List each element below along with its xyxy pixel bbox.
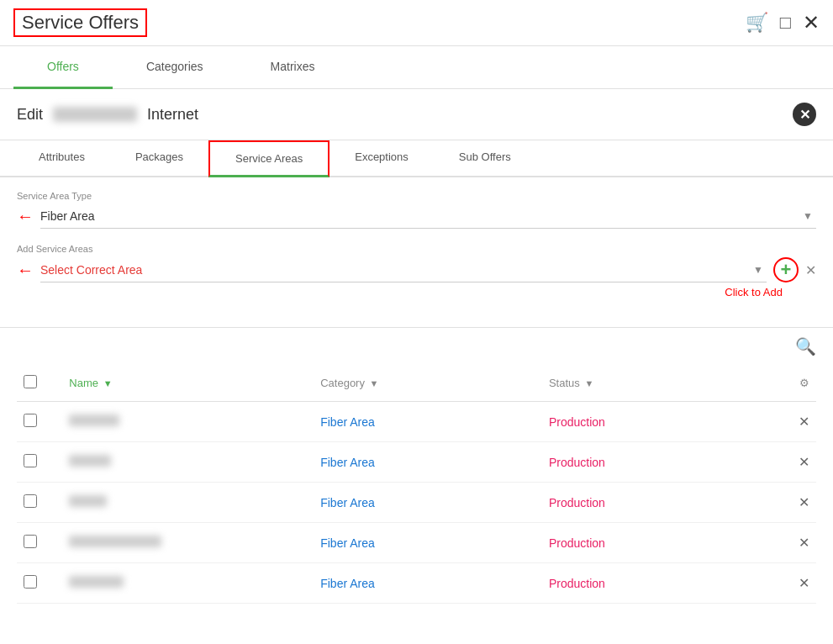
row-checkbox-cell bbox=[17, 402, 62, 442]
arrow-indicator-2: ← bbox=[17, 261, 34, 280]
add-service-areas-field: Add Service Areas ← Select Correct Area … bbox=[17, 244, 816, 298]
category-link[interactable]: Fiber Area bbox=[320, 415, 375, 429]
row-name-cell bbox=[62, 402, 314, 442]
name-column-header[interactable]: Name ▼ bbox=[62, 365, 314, 402]
status-link[interactable]: Production bbox=[549, 536, 605, 550]
add-service-area-button[interactable]: + bbox=[773, 257, 799, 282]
edit-close-button[interactable]: ✕ bbox=[793, 103, 816, 126]
add-service-areas-label: Add Service Areas bbox=[17, 244, 816, 254]
row-checkbox[interactable] bbox=[24, 494, 37, 508]
blurred-name bbox=[69, 455, 111, 467]
square-icon[interactable]: □ bbox=[780, 12, 791, 34]
row-checkbox-cell bbox=[17, 523, 62, 563]
row-name-cell bbox=[62, 523, 314, 563]
row-name-cell bbox=[62, 483, 314, 523]
remove-row-button[interactable]: ✕ bbox=[799, 536, 809, 550]
table-row: Fiber Area Production ✕ bbox=[17, 442, 816, 483]
row-category-cell: Fiber Area bbox=[314, 483, 542, 523]
row-name-cell bbox=[62, 442, 314, 483]
row-remove-cell: ✕ bbox=[771, 563, 816, 604]
category-link[interactable]: Fiber Area bbox=[320, 456, 375, 469]
remove-row-button[interactable]: ✕ bbox=[799, 495, 809, 509]
tab-offers[interactable]: Offers bbox=[13, 46, 113, 89]
row-status-cell: Production bbox=[542, 402, 771, 442]
edit-header: Edit Internet ✕ bbox=[0, 89, 833, 140]
status-link[interactable]: Production bbox=[549, 456, 605, 469]
row-checkbox[interactable] bbox=[24, 454, 37, 467]
name-sort-icon: ▼ bbox=[103, 378, 113, 388]
table-body: Fiber Area Production ✕ Fiber Area bbox=[17, 402, 816, 604]
edit-label: Edit bbox=[17, 106, 43, 124]
cart-icon[interactable]: 🛒 bbox=[746, 12, 768, 34]
table-row: Fiber Area Production ✕ bbox=[17, 483, 816, 523]
tab-exceptions[interactable]: Exceptions bbox=[330, 140, 434, 177]
blurred-name bbox=[69, 414, 119, 426]
row-checkbox-cell bbox=[17, 563, 62, 604]
table-row: Fiber Area Production ✕ bbox=[17, 523, 816, 563]
status-link[interactable]: Production bbox=[549, 415, 605, 429]
row-checkbox[interactable] bbox=[24, 575, 37, 589]
status-link[interactable]: Production bbox=[549, 577, 605, 590]
gear-column-header: ⚙ bbox=[771, 365, 816, 402]
row-name-cell bbox=[62, 563, 314, 604]
add-area-row: ← Select Correct Area ▼ + ✕ bbox=[17, 257, 816, 282]
service-type-label: Internet bbox=[147, 106, 198, 124]
row-remove-cell: ✕ bbox=[771, 402, 816, 442]
service-area-type-select-wrapper: Fiber Area ▼ bbox=[40, 204, 816, 229]
category-link[interactable]: Fiber Area bbox=[320, 496, 375, 509]
row-checkbox-cell bbox=[17, 442, 62, 483]
row-category-cell: Fiber Area bbox=[314, 523, 542, 563]
search-icon[interactable]: 🔍 bbox=[795, 336, 816, 356]
table-toolbar: 🔍 bbox=[17, 328, 816, 365]
service-area-type-label: Service Area Type bbox=[17, 191, 816, 201]
click-to-add-label: Click to Add bbox=[17, 286, 816, 298]
category-link[interactable]: Fiber Area bbox=[320, 577, 375, 590]
tab-sub-offers[interactable]: Sub Offers bbox=[434, 140, 536, 177]
row-checkbox[interactable] bbox=[24, 414, 37, 427]
row-status-cell: Production bbox=[542, 483, 771, 523]
row-remove-cell: ✕ bbox=[771, 483, 816, 523]
sub-tabs: Attributes Packages Service Areas Except… bbox=[0, 140, 833, 177]
service-area-type-field: Service Area Type ← Fiber Area ▼ bbox=[17, 191, 816, 229]
add-service-areas-select-wrapper: Select Correct Area ▼ bbox=[40, 258, 767, 282]
select-all-header bbox=[17, 365, 62, 402]
category-column-header[interactable]: Category ▼ bbox=[314, 365, 542, 402]
close-icon[interactable]: ✕ bbox=[803, 11, 820, 34]
row-checkbox[interactable] bbox=[24, 535, 37, 548]
header-icons: 🛒 □ ✕ bbox=[746, 11, 820, 34]
status-column-header[interactable]: Status ▼ bbox=[542, 365, 771, 402]
top-header: Service Offers 🛒 □ ✕ bbox=[0, 0, 833, 46]
tab-service-areas[interactable]: Service Areas bbox=[208, 140, 330, 177]
tab-matrixes[interactable]: Matrixes bbox=[237, 46, 349, 89]
remove-row-button[interactable]: ✕ bbox=[799, 455, 809, 469]
remove-row-button[interactable]: ✕ bbox=[799, 576, 809, 590]
service-areas-table: Name ▼ Category ▼ Status ▼ ⚙ bbox=[17, 365, 816, 604]
row-category-cell: Fiber Area bbox=[314, 563, 542, 604]
status-sort-icon: ▼ bbox=[584, 378, 593, 388]
tab-attributes[interactable]: Attributes bbox=[13, 140, 110, 177]
blurred-name bbox=[69, 576, 124, 588]
row-remove-cell: ✕ bbox=[771, 442, 816, 483]
row-category-cell: Fiber Area bbox=[314, 442, 542, 483]
remove-row-button[interactable]: ✕ bbox=[799, 414, 809, 429]
tab-packages[interactable]: Packages bbox=[110, 140, 208, 177]
blurred-name bbox=[69, 495, 107, 507]
table-section: 🔍 Name ▼ Category ▼ Status ▼ ⚙ bbox=[0, 328, 833, 604]
add-service-areas-select[interactable] bbox=[40, 258, 767, 282]
row-status-cell: Production bbox=[542, 563, 771, 604]
row-status-cell: Production bbox=[542, 442, 771, 483]
row-remove-cell: ✕ bbox=[771, 523, 816, 563]
clear-service-area-button[interactable]: ✕ bbox=[805, 262, 816, 278]
app-title: Service Offers bbox=[13, 8, 147, 37]
tab-categories[interactable]: Categories bbox=[113, 46, 237, 89]
row-status-cell: Production bbox=[542, 523, 771, 563]
table-row: Fiber Area Production ✕ bbox=[17, 402, 816, 442]
arrow-indicator-1: ← bbox=[17, 207, 34, 226]
select-all-checkbox[interactable] bbox=[24, 375, 37, 388]
table-header: Name ▼ Category ▼ Status ▼ ⚙ bbox=[17, 365, 816, 402]
category-link[interactable]: Fiber Area bbox=[320, 536, 375, 550]
status-link[interactable]: Production bbox=[549, 496, 605, 509]
service-area-type-select[interactable]: Fiber Area bbox=[40, 204, 816, 228]
blurred-name bbox=[69, 536, 161, 547]
form-section: Service Area Type ← Fiber Area ▼ Add Ser… bbox=[0, 177, 833, 328]
